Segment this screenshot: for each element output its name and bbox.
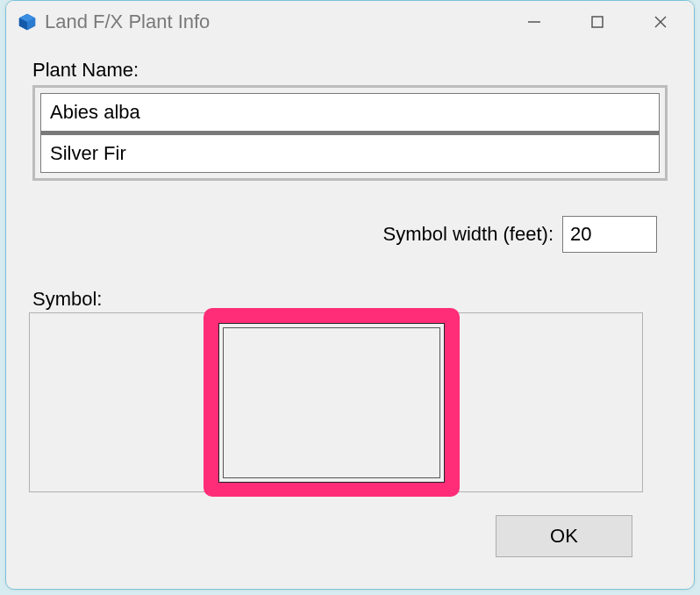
symbol-area: [29, 312, 643, 492]
window-title: Land F/X Plant Info: [45, 11, 210, 33]
symbol-preview: [223, 327, 440, 478]
dialog-footer: OK: [32, 515, 668, 557]
symbol-width-row: Symbol width (feet):: [32, 216, 668, 253]
dialog-window: Land F/X Plant Info Plant Name:: [5, 0, 695, 590]
plant-common-name-input[interactable]: [40, 134, 660, 173]
symbol-width-label: Symbol width (feet):: [383, 223, 554, 246]
svg-rect-5: [592, 17, 603, 27]
plant-scientific-name-input[interactable]: [40, 93, 660, 132]
titlebar: Land F/X Plant Info: [6, 1, 694, 43]
plant-name-box: [32, 85, 668, 181]
symbol-preview-frame[interactable]: [218, 323, 445, 483]
plant-name-label: Plant Name:: [32, 59, 668, 82]
dialog-content: Plant Name: Symbol width (feet): Symbol:…: [6, 43, 694, 566]
symbol-width-input[interactable]: [562, 216, 657, 253]
window-controls: [503, 1, 692, 43]
close-button[interactable]: [629, 1, 692, 43]
symbol-highlight: [204, 308, 460, 497]
app-icon: [17, 11, 38, 32]
ok-button[interactable]: OK: [496, 515, 632, 557]
minimize-button[interactable]: [503, 1, 566, 43]
maximize-button[interactable]: [566, 1, 629, 43]
